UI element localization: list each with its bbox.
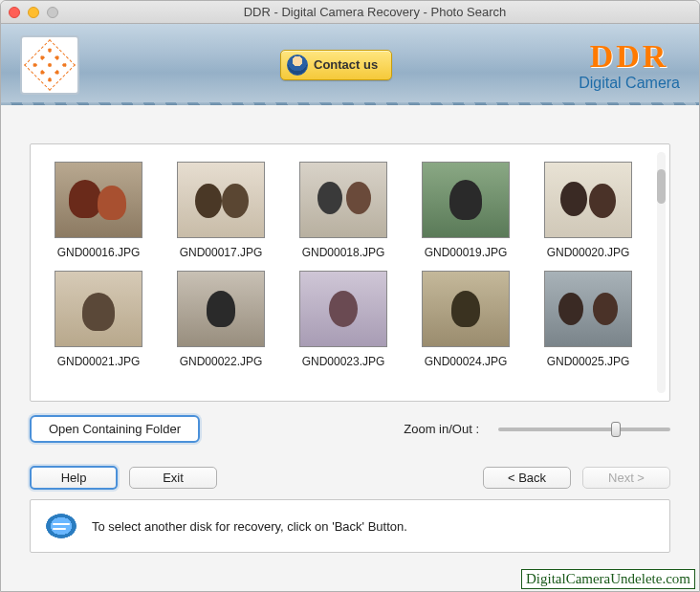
thumbnail-image (177, 271, 265, 347)
hint-panel: To select another disk for recovery, cli… (30, 499, 670, 553)
thumbnail-grid: GND00016.JPG GND00017.JPG GND00018.JPG G… (46, 162, 654, 368)
thumbnail-filename: GND00023.JPG (302, 355, 385, 368)
main-window: DDR - Digital Camera Recovery - Photo Se… (0, 0, 700, 592)
hint-text: To select another disk for recovery, cli… (92, 519, 407, 534)
close-window-icon[interactable] (9, 7, 20, 18)
titlebar: DDR - Digital Camera Recovery - Photo Se… (1, 1, 699, 24)
thumbnail-image (422, 271, 510, 347)
zoom-slider[interactable] (498, 428, 670, 431)
thumbnail-image (55, 271, 142, 347)
thumbnail-item[interactable]: GND00018.JPG (291, 162, 396, 259)
app-logo-icon (24, 39, 76, 91)
exit-button[interactable]: Exit (129, 467, 217, 489)
window-title: DDR - Digital Camera Recovery - Photo Se… (58, 5, 691, 19)
thumbnail-item[interactable]: GND00025.JPG (536, 271, 641, 368)
brand-block: DDR Digital Camera (579, 38, 680, 92)
help-button[interactable]: Help (30, 466, 118, 490)
maximize-window-icon (47, 7, 58, 18)
brand-subtitle: Digital Camera (579, 75, 680, 92)
zoom-slider-thumb[interactable] (611, 422, 621, 437)
brand-title: DDR (579, 38, 680, 75)
thumbnail-item[interactable]: GND00021.JPG (46, 271, 151, 368)
content-area: GND00016.JPG GND00017.JPG GND00018.JPG G… (1, 105, 699, 591)
thumbnail-filename: GND00022.JPG (180, 355, 263, 368)
next-button: Next > (582, 467, 670, 489)
thumbnail-filename: GND00019.JPG (425, 246, 508, 259)
contact-avatar-icon (287, 55, 308, 76)
thumbnail-image (422, 162, 510, 238)
thumbnail-item[interactable]: GND00017.JPG (168, 162, 273, 259)
thumbnail-filename: GND00018.JPG (302, 246, 385, 259)
thumbnail-filename: GND00021.JPG (57, 355, 141, 368)
thumbnail-image (55, 162, 142, 238)
window-controls (9, 7, 58, 18)
thumbnail-filename: GND00025.JPG (547, 355, 630, 368)
zoom-label: Zoom in/Out : (404, 422, 479, 436)
thumbnail-image (299, 271, 387, 347)
thumbnail-item[interactable]: GND00019.JPG (413, 162, 518, 259)
contact-us-button[interactable]: Contact us (280, 50, 392, 80)
thumbnail-image (544, 162, 632, 238)
back-button[interactable]: < Back (483, 467, 571, 489)
nav-row: Help Exit < Back Next > (30, 466, 670, 490)
scrollbar-thumb[interactable] (657, 169, 666, 204)
header-banner: Contact us DDR Digital Camera (1, 24, 699, 105)
thumbnail-image (299, 162, 387, 238)
thumbnail-filename: GND00017.JPG (180, 246, 263, 259)
open-containing-folder-button[interactable]: Open Containing Folder (30, 415, 200, 443)
thumbnail-item[interactable]: GND00023.JPG (291, 271, 396, 368)
thumbnail-item[interactable]: GND00022.JPG (168, 271, 273, 368)
watermark-label: DigitalCameraUndelete.com (521, 569, 695, 589)
thumbnail-filename: GND00020.JPG (547, 246, 630, 259)
controls-row: Open Containing Folder Zoom in/Out : (30, 415, 670, 443)
thumbnail-item[interactable]: GND00020.JPG (536, 162, 641, 259)
contact-us-label: Contact us (314, 57, 378, 72)
thumbnail-image (177, 162, 265, 238)
minimize-window-icon[interactable] (28, 7, 39, 18)
thumbnail-item[interactable]: GND00024.JPG (413, 271, 518, 368)
thumbnail-filename: GND00024.JPG (425, 355, 508, 368)
app-logo (20, 35, 79, 95)
thumbnail-image (544, 271, 632, 347)
thumbnail-item[interactable]: GND00016.JPG (46, 162, 151, 259)
thumbnail-filename: GND00016.JPG (57, 246, 141, 259)
gallery-scrollbar[interactable] (657, 152, 666, 393)
info-icon (46, 514, 77, 538)
gallery-panel: GND00016.JPG GND00017.JPG GND00018.JPG G… (30, 143, 670, 402)
